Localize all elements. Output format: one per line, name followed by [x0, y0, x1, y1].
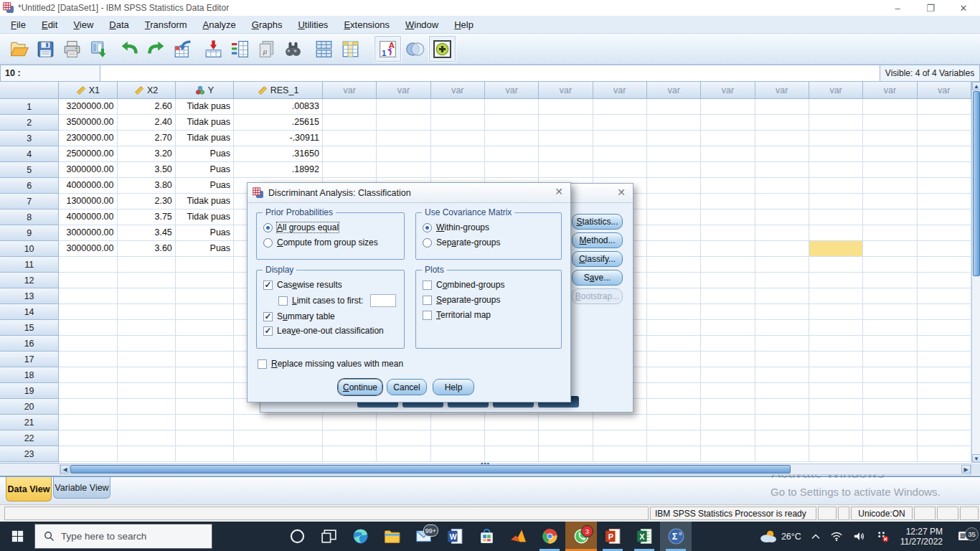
- grid-cell[interactable]: [118, 383, 176, 399]
- grid-cell[interactable]: [647, 336, 701, 352]
- grid-cell[interactable]: [234, 430, 323, 446]
- grid-cell[interactable]: [755, 367, 809, 383]
- grid-cell[interactable]: [863, 383, 917, 399]
- goto-case-icon[interactable]: [169, 36, 196, 62]
- grid-cell[interactable]: 2.70: [118, 131, 176, 146]
- grid-cell[interactable]: [118, 273, 176, 288]
- grid-cell[interactable]: [118, 446, 176, 462]
- grid-cell[interactable]: [176, 352, 234, 367]
- grid-cell[interactable]: [539, 115, 593, 131]
- descriptives-icon[interactable]: μ: [253, 36, 280, 62]
- grid-cell[interactable]: [755, 446, 809, 462]
- grid-cell[interactable]: [593, 146, 647, 162]
- grid-cell[interactable]: [863, 209, 917, 225]
- grid-cell[interactable]: [593, 446, 647, 462]
- grid-cell[interactable]: [118, 304, 176, 320]
- grid-cell[interactable]: [863, 241, 917, 257]
- grid-cell[interactable]: [701, 99, 755, 115]
- grid-cell[interactable]: [701, 304, 755, 320]
- grid-cell[interactable]: [701, 194, 755, 209]
- grid-cell[interactable]: [118, 430, 176, 446]
- grid-cell[interactable]: -.30911: [234, 131, 323, 146]
- grid-cell[interactable]: [918, 399, 971, 415]
- insert-cases-icon[interactable]: [311, 36, 337, 62]
- grid-cell[interactable]: [701, 146, 755, 162]
- covariance-radio[interactable]: Separate-groups: [423, 237, 561, 248]
- grid-cell[interactable]: [809, 99, 863, 115]
- grid-cell[interactable]: 4000000.00: [59, 209, 117, 225]
- covariance-radio[interactable]: Within-groups: [423, 222, 561, 232]
- grid-cell[interactable]: [176, 367, 234, 383]
- column-header-var[interactable]: var: [539, 82, 593, 99]
- restore-button[interactable]: ❐: [914, 0, 947, 16]
- column-header-var[interactable]: var: [863, 82, 917, 99]
- grid-cell[interactable]: [118, 399, 176, 415]
- menu-edit[interactable]: Edit: [34, 17, 65, 32]
- grid-cell[interactable]: [755, 131, 809, 146]
- column-header-var[interactable]: var: [647, 82, 701, 99]
- display-checkbox[interactable]: Limit cases to first:: [278, 294, 404, 307]
- grid-cell[interactable]: [918, 304, 971, 320]
- grid-cell[interactable]: [647, 209, 701, 225]
- grid-cell[interactable]: [918, 146, 971, 162]
- row-header-2[interactable]: 2: [0, 115, 59, 131]
- grid-cell[interactable]: [863, 257, 917, 273]
- grid-cell[interactable]: [647, 115, 701, 131]
- column-header-var[interactable]: var: [323, 82, 377, 99]
- menu-transform[interactable]: Transform: [137, 17, 195, 32]
- grid-cell[interactable]: [863, 288, 917, 304]
- grid-cell[interactable]: [431, 131, 485, 146]
- column-header-var[interactable]: var: [701, 82, 755, 99]
- grid-cell[interactable]: [918, 241, 971, 257]
- menu-analyze[interactable]: Analyze: [195, 17, 244, 32]
- tab-data-view[interactable]: Data View: [6, 477, 52, 501]
- help-button[interactable]: Help: [433, 379, 474, 395]
- grid-cell[interactable]: [539, 99, 593, 115]
- row-header-10[interactable]: 10: [0, 241, 59, 257]
- display-checkbox[interactable]: ✓Leave-one-out classification: [263, 326, 404, 336]
- grid-cell[interactable]: [485, 430, 539, 446]
- grid-cell[interactable]: [701, 336, 755, 352]
- grid-cell[interactable]: [918, 257, 971, 273]
- grid-cell[interactable]: [118, 415, 176, 430]
- variables-icon[interactable]: [227, 36, 253, 62]
- grid-cell[interactable]: [59, 446, 117, 462]
- taskbar-file-explorer-icon[interactable]: [376, 522, 407, 551]
- grid-cell[interactable]: [918, 320, 971, 336]
- grid-cell[interactable]: [809, 383, 863, 399]
- vertical-scrollbar[interactable]: ▲ ▼: [971, 82, 980, 463]
- grid-cell[interactable]: [918, 178, 971, 194]
- grid-cell[interactable]: [809, 446, 863, 462]
- column-header-var[interactable]: var: [593, 82, 647, 99]
- grid-cell[interactable]: [176, 336, 234, 352]
- grid-cell[interactable]: [918, 273, 971, 288]
- grid-cell[interactable]: [755, 99, 809, 115]
- grid-cell[interactable]: [755, 273, 809, 288]
- grid-cell[interactable]: [809, 115, 863, 131]
- grid-cell[interactable]: Puas: [176, 241, 234, 257]
- grid-cell[interactable]: [701, 352, 755, 367]
- grid-cell[interactable]: 3000000.00: [59, 241, 117, 257]
- grid-cell[interactable]: [863, 178, 917, 194]
- grid-cell[interactable]: Tidak puas: [176, 194, 234, 209]
- taskbar-matlab-icon[interactable]: [502, 522, 534, 551]
- grid-cell[interactable]: [809, 336, 863, 352]
- grid-cell[interactable]: 3.20: [118, 146, 176, 162]
- grid-cell[interactable]: [323, 99, 377, 115]
- grid-cell[interactable]: Puas: [176, 178, 234, 194]
- grid-cell[interactable]: [377, 146, 430, 162]
- column-header-x2[interactable]: X2: [118, 82, 176, 99]
- close-button[interactable]: ✕: [947, 0, 980, 16]
- grid-cell[interactable]: [701, 131, 755, 146]
- grid-cell[interactable]: [701, 178, 755, 194]
- grid-cell[interactable]: [918, 336, 971, 352]
- grid-cell[interactable]: [918, 415, 971, 430]
- start-button[interactable]: [0, 522, 34, 551]
- volume-indicator[interactable]: [848, 531, 871, 542]
- grid-cell[interactable]: [59, 288, 117, 304]
- grid-cell[interactable]: [755, 115, 809, 131]
- grid-cell[interactable]: 3.60: [118, 241, 176, 257]
- grid-cell[interactable]: [118, 367, 176, 383]
- grid-cell[interactable]: [431, 99, 485, 115]
- menu-data[interactable]: Data: [101, 17, 136, 32]
